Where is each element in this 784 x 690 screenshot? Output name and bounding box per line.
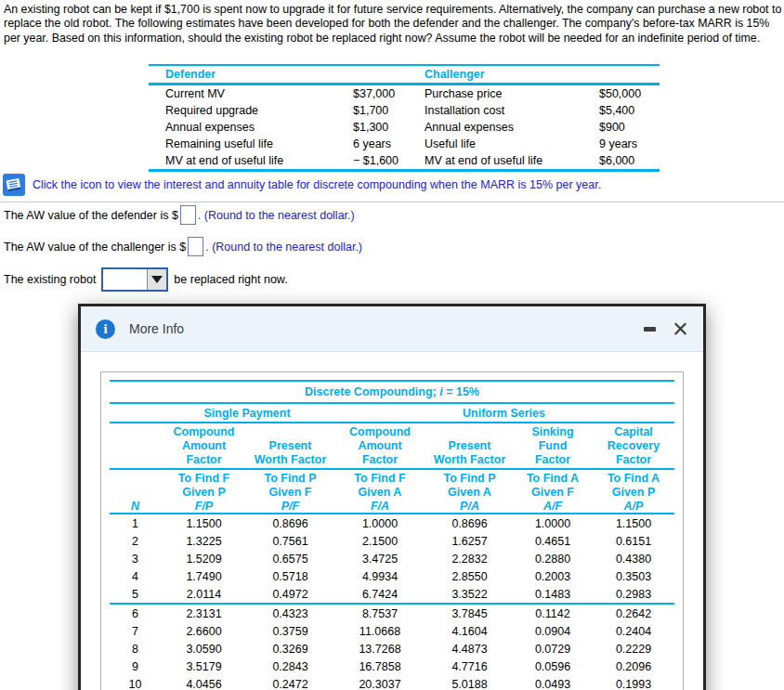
challenger-aw-hint: . (Round to the nearest dollar.) bbox=[205, 241, 362, 254]
challenger-aw-label: The AW value of the challenger is $ bbox=[4, 241, 186, 254]
estimate-value: $50,000 bbox=[599, 85, 660, 103]
replace-decision-label: The existing robot bbox=[4, 273, 96, 286]
estimate-value: $1,300 bbox=[353, 119, 425, 136]
problem-statement: An existing robot can be kept if $1,700 … bbox=[4, 3, 782, 46]
estimate-value: 6 years bbox=[353, 136, 425, 152]
replace-decision-dropdown[interactable] bbox=[101, 267, 168, 292]
dialog-header: i More Info × bbox=[81, 306, 703, 352]
challenger-aw-question: The AW value of the challenger is $ . (R… bbox=[4, 237, 362, 256]
estimate-label: Required upgrade bbox=[149, 102, 353, 119]
estimate-value: − $1,600 bbox=[353, 152, 425, 171]
table-row: 21.32250.75612.15001.62570.46510.6151 bbox=[110, 532, 674, 550]
window-controls: × bbox=[644, 319, 688, 338]
estimate-label: Current MV bbox=[149, 85, 353, 103]
defender-aw-question: The AW value of the defender is $ . (Rou… bbox=[4, 205, 355, 225]
table-row: 31.52090.65753.47252.28320.28800.4380 bbox=[110, 550, 674, 567]
page: An existing robot can be kept if $1,700 … bbox=[0, 0, 784, 690]
estimate-value: 9 years bbox=[599, 136, 660, 152]
estimate-label: MV at end of useful life bbox=[149, 152, 353, 171]
estimate-value: $37,000 bbox=[353, 85, 425, 103]
table-row: 104.04560.247220.30375.01880.04930.1993 bbox=[110, 675, 674, 690]
sub-header: To Find A Given PA/P bbox=[593, 469, 674, 514]
estimate-label: Remaining useful life bbox=[149, 136, 353, 152]
caret-down-icon bbox=[151, 276, 163, 283]
group-single-payment: Single Payment bbox=[161, 403, 333, 423]
estimate-label: MV at end of useful life bbox=[425, 152, 599, 171]
replace-decision-question: The existing robot be replaced right now… bbox=[4, 267, 288, 292]
table-row: 52.01140.49726.74243.35220.14830.2983 bbox=[110, 585, 674, 604]
defender-aw-label: The AW value of the defender is $ bbox=[4, 209, 178, 222]
sub-header: To Find F Given PF/P bbox=[161, 469, 247, 514]
table-row: 93.51790.284316.78584.77160.05960.2096 bbox=[110, 657, 674, 675]
column-header: Compound Amount Factor bbox=[161, 423, 247, 469]
annuity-table-icon[interactable] bbox=[2, 173, 26, 197]
column-header: Present Worth Factor bbox=[426, 423, 513, 469]
table-row: Annual expenses $1,300 Annual expenses $… bbox=[149, 119, 660, 136]
sub-header: To Find A Given FA/F bbox=[513, 469, 593, 514]
column-header: Present Worth Factor bbox=[247, 423, 333, 469]
group-uniform-series: Uniform Series bbox=[333, 403, 674, 423]
table-row: Current MV $37,000 Purchase price $50,00… bbox=[149, 85, 660, 103]
n-header: N bbox=[110, 469, 161, 514]
column-header: Sinking Fund Factor bbox=[513, 423, 593, 469]
column-header: Compound Amount Factor bbox=[333, 423, 426, 469]
table-row: Required upgrade $1,700 Installation cos… bbox=[149, 102, 660, 119]
annuity-table-note-text: Click the icon to view the interest and … bbox=[33, 178, 601, 191]
table-row: 62.31310.43238.75373.78450.11420.2642 bbox=[110, 604, 674, 622]
estimate-label: Purchase price bbox=[425, 85, 599, 103]
column-header: Capital Recovery Factor bbox=[593, 423, 674, 469]
defender-header: Defender bbox=[149, 65, 353, 85]
sub-header: To Find P Given FP/F bbox=[247, 469, 333, 514]
replace-decision-suffix: be replaced right now. bbox=[174, 273, 287, 286]
replace-decision-selected bbox=[103, 269, 147, 290]
close-icon[interactable]: × bbox=[673, 319, 688, 338]
estimates-table: Defender Challenger Current MV $37,000 P… bbox=[149, 64, 660, 172]
table-row: 72.66000.375911.06684.16040.09040.2404 bbox=[110, 622, 674, 640]
dropdown-button[interactable] bbox=[147, 269, 166, 290]
challenger-aw-input[interactable] bbox=[188, 237, 203, 256]
table-row: 11.15000.86961.00000.86961.00001.1500 bbox=[110, 514, 674, 532]
sub-header: To Find F Given AF/A bbox=[333, 469, 426, 514]
minimize-icon[interactable] bbox=[644, 327, 656, 332]
defender-aw-hint: . (Round to the nearest dollar.) bbox=[198, 209, 355, 222]
sub-header: To Find P Given AP/A bbox=[426, 469, 513, 514]
challenger-header: Challenger bbox=[425, 65, 599, 85]
estimate-value: $6,000 bbox=[599, 152, 660, 171]
info-icon: i bbox=[96, 319, 115, 339]
dialog-title: More Info bbox=[129, 321, 184, 336]
factor-table-container: Discrete Compounding; i = 15% Single Pay… bbox=[100, 371, 684, 690]
table-title: Discrete Compounding; i = 15% bbox=[110, 381, 674, 403]
discrete-compounding-table: Discrete Compounding; i = 15% Single Pay… bbox=[110, 380, 674, 690]
more-info-dialog: i More Info × Discrete Compounding; i = … bbox=[78, 304, 706, 690]
table-row: MV at end of useful life − $1,600 MV at … bbox=[149, 152, 660, 171]
estimate-label: Annual expenses bbox=[425, 119, 599, 136]
table-row: 41.74900.57184.99342.85500.20030.3503 bbox=[110, 567, 674, 585]
divider bbox=[0, 202, 784, 202]
estimate-label: Installation cost bbox=[425, 102, 599, 119]
estimate-value: $900 bbox=[599, 119, 660, 136]
estimate-value: $1,700 bbox=[353, 102, 425, 119]
estimate-value: $5,400 bbox=[599, 102, 660, 119]
defender-aw-input[interactable] bbox=[180, 205, 196, 225]
table-row: Remaining useful life 6 years Useful lif… bbox=[149, 136, 660, 152]
estimate-label: Annual expenses bbox=[149, 119, 353, 136]
annuity-table-note: Click the icon to view the interest and … bbox=[2, 173, 601, 197]
estimate-label: Useful life bbox=[425, 136, 599, 152]
table-row: 83.05900.326913.72684.48730.07290.2229 bbox=[110, 640, 674, 657]
